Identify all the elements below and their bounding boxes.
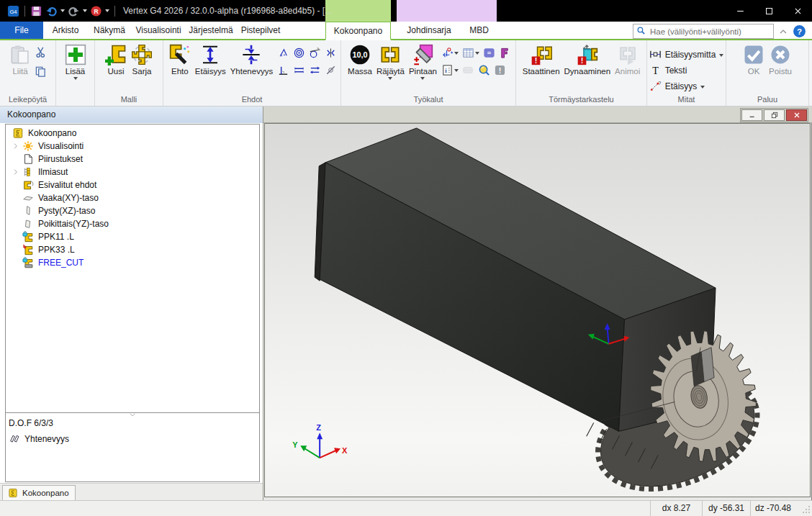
tree-item-vaaka-xy-taso[interactable]: Vaaka(XY)-taso bbox=[6, 191, 259, 204]
swap-direction-button[interactable] bbox=[309, 64, 321, 76]
copy-button[interactable] bbox=[35, 65, 47, 78]
parallel-button[interactable] bbox=[293, 64, 305, 76]
equivalence-button[interactable]: = bbox=[483, 47, 495, 59]
tree-item-esivalitut-ehdot[interactable]: Esivalitut ehdot bbox=[6, 178, 259, 191]
distance-icon bbox=[199, 44, 221, 65]
dropdown-caret-icon[interactable] bbox=[454, 52, 459, 55]
small-button-column bbox=[33, 44, 48, 78]
tab-kokoonpano[interactable]: Kokoonpano bbox=[325, 22, 391, 40]
clamp-button[interactable] bbox=[499, 47, 511, 59]
add-button[interactable]: Lisää bbox=[63, 44, 89, 80]
statusbar: dx 8.27dy -56.31dz -70.48 bbox=[0, 500, 812, 516]
document-close-button[interactable] bbox=[786, 109, 807, 121]
dropdown-caret-icon[interactable] bbox=[388, 77, 392, 80]
svg-text:?: ? bbox=[658, 81, 661, 86]
distance-tool-button[interactable]: ?Etäisyys bbox=[649, 80, 724, 92]
ok-button[interactable]: OK bbox=[741, 44, 767, 76]
dropdown-caret-icon[interactable] bbox=[454, 69, 459, 72]
dropdown-caret-icon[interactable] bbox=[700, 86, 705, 89]
tree-item-ilmiasut[interactable]: Ilmiasut bbox=[6, 166, 259, 178]
tab-johdinsarja[interactable]: Johdinsarja bbox=[397, 22, 461, 39]
tree-item-ppk33-l[interactable]: PPK33 .L bbox=[6, 243, 259, 256]
text-dimension-button[interactable]: TTeksti bbox=[649, 64, 724, 76]
tab-pistepilvet[interactable]: Pistepilvet bbox=[238, 22, 284, 39]
3d-viewport[interactable]: Z Y X bbox=[264, 123, 811, 497]
table-button[interactable] bbox=[462, 47, 479, 59]
symmetry-button[interactable] bbox=[325, 47, 337, 59]
dof-item-coincidence[interactable]: Yhtenevyys bbox=[6, 428, 259, 444]
dynamic-check-button[interactable]: !Dynaaminen bbox=[562, 44, 613, 76]
tree-item-pysty-xz-taso[interactable]: Pysty(XZ)-taso bbox=[6, 204, 259, 217]
dropdown-caret-icon[interactable] bbox=[719, 54, 723, 57]
vertex-r-button[interactable]: R bbox=[90, 5, 102, 17]
distance-dimension-button[interactable]: Etäisyysmitta bbox=[649, 48, 724, 60]
notice-button[interactable]: ! bbox=[494, 64, 506, 76]
explode-button[interactable]: Räjäytä bbox=[374, 44, 407, 80]
dropdown-caret-icon[interactable] bbox=[105, 9, 109, 12]
info-button[interactable]: i bbox=[441, 64, 459, 76]
zoom-search-button[interactable] bbox=[478, 64, 490, 76]
tree-item-visualisointi[interactable]: Visualisointi bbox=[6, 140, 259, 153]
tree-item-kokoonpano[interactable]: Kokoonpano bbox=[6, 127, 259, 140]
dropdown-caret-icon[interactable] bbox=[60, 9, 65, 12]
window-maximize-button[interactable] bbox=[754, 0, 783, 22]
no-constraint-button[interactable] bbox=[325, 64, 337, 76]
tab-näkymä[interactable]: Näkymä bbox=[89, 22, 130, 39]
search-box[interactable] bbox=[633, 24, 774, 39]
animate-button[interactable]: Animoi bbox=[613, 44, 642, 76]
dropdown-caret-icon[interactable] bbox=[83, 9, 87, 12]
coincidence-button[interactable]: Yhtenevyys bbox=[228, 44, 275, 76]
angle-button[interactable] bbox=[277, 47, 289, 59]
tree-item-free-cut[interactable]: FREE_CUT bbox=[6, 256, 259, 269]
model-canvas[interactable]: Z Y X bbox=[265, 124, 810, 497]
undo-button[interactable] bbox=[45, 5, 58, 17]
splitter-chevron-icon[interactable] bbox=[127, 412, 137, 419]
redo-button[interactable] bbox=[68, 5, 80, 17]
concentric-button[interactable] bbox=[293, 47, 305, 59]
tree-item-ppk11-l[interactable]: PPK11 .L bbox=[6, 230, 259, 243]
perpendicular-button[interactable] bbox=[277, 64, 289, 76]
document-restore-button[interactable] bbox=[764, 109, 785, 121]
document-minimize-button[interactable] bbox=[741, 109, 762, 121]
tab-file[interactable]: File bbox=[0, 22, 43, 39]
tangent-button[interactable] bbox=[309, 47, 321, 59]
search-input[interactable] bbox=[649, 27, 770, 37]
window-close-button[interactable] bbox=[783, 0, 812, 22]
to-surface-button[interactable]: Pintaan bbox=[407, 44, 439, 80]
rows-button[interactable] bbox=[462, 64, 474, 76]
expand-chevron-icon[interactable] bbox=[12, 142, 22, 150]
dropdown-caret-icon[interactable] bbox=[475, 52, 479, 55]
measure-xyz-button[interactable] bbox=[441, 47, 459, 59]
tree-item-poikittais-yz-taso[interactable]: Poikittais(YZ)-taso bbox=[6, 217, 259, 230]
context-group-green bbox=[325, 0, 391, 22]
tree-item-piirustukset[interactable]: Piirustukset bbox=[6, 153, 259, 166]
dropdown-caret-icon[interactable] bbox=[73, 77, 78, 80]
cut-button[interactable] bbox=[35, 46, 47, 58]
ribbon-group-malli: UusiSarjaMalli bbox=[95, 40, 163, 106]
save-button[interactable] bbox=[30, 5, 42, 17]
distance-button[interactable]: Etäisyys bbox=[193, 44, 228, 76]
resize-grip[interactable] bbox=[802, 505, 811, 516]
series-button[interactable]: Sarja bbox=[129, 44, 155, 76]
ribbon-group-leikepöytä: LiitäLeikepöytä bbox=[0, 40, 56, 106]
window-minimize-button[interactable] bbox=[726, 0, 754, 22]
document-window-strip bbox=[263, 107, 812, 123]
drawingpage-icon bbox=[22, 153, 34, 165]
g4-logo-button[interactable]: G4 bbox=[7, 5, 19, 17]
mass-button[interactable]: 10,0Massa bbox=[346, 44, 374, 76]
tab-järjestelmä[interactable]: Järjestelmä bbox=[186, 22, 235, 39]
new-button[interactable]: Uusi bbox=[103, 44, 129, 76]
paste-button[interactable]: Liitä bbox=[7, 44, 33, 76]
static-check-button[interactable]: !Staattinen bbox=[520, 44, 562, 76]
condition-button[interactable]: Ehto bbox=[167, 44, 193, 76]
dropdown-caret-icon[interactable] bbox=[420, 77, 425, 80]
tab-visualisointi[interactable]: Visualisointi bbox=[132, 22, 184, 39]
tab-arkisto[interactable]: Arkisto bbox=[45, 22, 86, 39]
tab-mbd[interactable]: MBD bbox=[461, 22, 497, 39]
collapse-ribbon-icon[interactable] bbox=[778, 27, 788, 37]
help-button[interactable]: ? bbox=[793, 24, 806, 38]
panel-tab-kokoonpano[interactable]: Kokoonpano bbox=[2, 485, 76, 500]
expand-chevron-icon[interactable] bbox=[12, 168, 22, 176]
animate-icon bbox=[617, 44, 639, 65]
exit-button[interactable]: Poistu bbox=[767, 44, 794, 76]
